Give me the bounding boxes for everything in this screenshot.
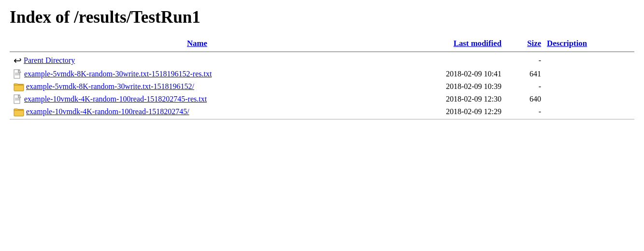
file-modified-cell: 2018-02-09 10:41 (385, 68, 505, 80)
file-size-cell: - (505, 80, 543, 93)
file-link[interactable]: Parent Directory (24, 56, 75, 65)
table-row: ↩Parent Directory- (10, 53, 634, 68)
file-modified-cell: 2018-02-09 10:39 (385, 80, 505, 93)
folder-icon (14, 107, 24, 117)
col-header-size: Size (505, 37, 543, 50)
file-modified-cell (385, 53, 505, 68)
file-name-cell: ↩Parent Directory (10, 53, 385, 68)
folder-icon (14, 82, 24, 91)
file-name-cell: example-5vmdk-8K-random-30write.txt-1518… (10, 80, 385, 93)
file-description-cell (543, 68, 634, 80)
file-modified-cell: 2018-02-09 12:30 (385, 93, 505, 105)
file-modified-cell: 2018-02-09 12:29 (385, 105, 505, 118)
file-link[interactable]: example-10vmdk-4K-random-100read-1518202… (26, 107, 189, 116)
file-icon (14, 69, 22, 79)
file-description-cell (543, 105, 634, 118)
file-size-cell: - (505, 105, 543, 118)
page-title: Index of /results/TestRun1 (10, 8, 634, 27)
file-size-cell: 641 (505, 68, 543, 80)
file-link[interactable]: example-10vmdk-4K-random-100read-1518202… (24, 95, 207, 103)
file-link[interactable]: example-5vmdk-8K-random-30write.txt-1518… (24, 70, 212, 78)
table-header-row: Name Last modified Size Description (10, 37, 634, 50)
table-row: example-10vmdk-4K-random-100read-1518202… (10, 93, 634, 105)
table-row: example-10vmdk-4K-random-100read-1518202… (10, 105, 634, 118)
file-name-cell: example-10vmdk-4K-random-100read-1518202… (10, 105, 385, 118)
file-name-cell: example-5vmdk-8K-random-30write.txt-1518… (10, 68, 385, 80)
file-size-cell: 640 (505, 93, 543, 105)
file-description-cell (543, 93, 634, 105)
size-sort-link[interactable]: Size (527, 39, 541, 48)
file-link[interactable]: example-5vmdk-8K-random-30write.txt-1518… (26, 82, 194, 91)
modified-sort-link[interactable]: Last modified (454, 39, 501, 48)
file-icon (14, 94, 22, 104)
back-arrow-icon: ↩ (14, 55, 22, 66)
table-row: example-5vmdk-8K-random-30write.txt-1518… (10, 80, 634, 93)
col-header-name: Name (10, 37, 385, 50)
file-size-cell: - (505, 53, 543, 68)
desc-sort-link[interactable]: Description (547, 39, 587, 48)
name-sort-link[interactable]: Name (187, 39, 207, 48)
file-listing-table: Name Last modified Size Description ↩Par… (10, 37, 634, 120)
footer-divider-row (10, 118, 634, 120)
col-header-modified: Last modified (385, 37, 505, 50)
file-description-cell (543, 53, 634, 68)
col-header-description: Description (543, 37, 634, 50)
file-description-cell (543, 80, 634, 93)
table-row: example-5vmdk-8K-random-30write.txt-1518… (10, 68, 634, 80)
file-name-cell: example-10vmdk-4K-random-100read-1518202… (10, 93, 385, 105)
